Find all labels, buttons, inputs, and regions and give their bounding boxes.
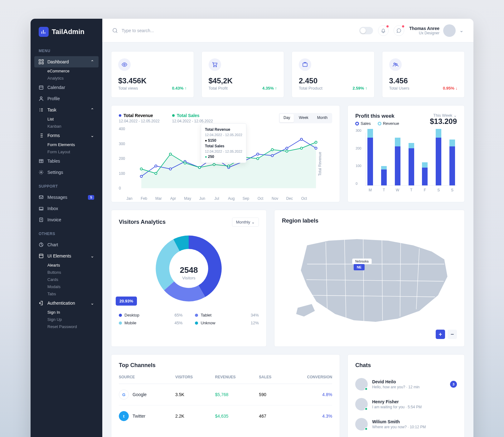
nav-auth[interactable]: Authentication⌄ — [31, 297, 102, 309]
section-others: OTHERS — [31, 225, 102, 239]
donut-highlight: 20.93% — [116, 297, 137, 306]
map-zoom-out[interactable]: − — [448, 330, 457, 339]
legend-item: Desktop65% — [119, 313, 182, 317]
chevron-down-icon: ⌄ — [90, 133, 94, 138]
nav-forms[interactable]: Forms⌄ — [31, 130, 102, 141]
svg-point-15 — [216, 66, 216, 67]
nav-messages[interactable]: Messages5 — [31, 192, 102, 203]
nav-settings[interactable]: Settings — [31, 167, 102, 178]
svg-rect-3 — [42, 62, 43, 64]
kpi-icon — [209, 58, 221, 71]
nav-sub-alerts[interactable]: Alearts — [31, 262, 102, 269]
svg-point-35 — [184, 162, 186, 164]
bell-icon — [381, 28, 386, 33]
search-input[interactable] — [122, 28, 203, 33]
nav-inbox[interactable]: Inbox — [31, 203, 102, 214]
svg-rect-11 — [39, 254, 43, 258]
svg-point-40 — [257, 158, 259, 160]
nav-sub-resetpw[interactable]: Reset Password — [31, 323, 102, 330]
kpi-card: $3.456KTotal views0.43% ↑ — [111, 51, 194, 98]
chevron-down-icon: ⌄ — [90, 253, 94, 258]
top-channels-card: Top Channels SOURCEVISITORSREVENUESSALES… — [111, 354, 340, 437]
messages-button[interactable] — [394, 25, 404, 36]
range-week[interactable]: Week — [295, 114, 312, 122]
user-menu[interactable]: Thomas Anree Ux Designer ⌄ — [409, 24, 463, 37]
notification-dot — [402, 25, 404, 27]
chat-item[interactable]: Henry FisherI am waiting for you · 5:54 … — [355, 394, 457, 414]
notifications-button[interactable] — [378, 25, 389, 36]
chart-tooltip: Total Revenue12.04.2022 - 12.05.2022● $1… — [201, 123, 246, 163]
nav-sub-formelements[interactable]: Form Elements — [31, 141, 102, 148]
svg-point-43 — [300, 147, 303, 149]
svg-point-20 — [155, 165, 157, 167]
visitors-dropdown[interactable]: Monthly ⌄ — [232, 218, 259, 227]
avatar — [355, 398, 368, 410]
nav-calendar[interactable]: Calendar — [31, 82, 102, 93]
theme-toggle[interactable] — [359, 27, 373, 34]
svg-point-17 — [394, 63, 395, 65]
chat-item[interactable]: Devid HeiloHello, how are you? · 12 min3 — [355, 374, 457, 394]
svg-rect-16 — [303, 63, 307, 66]
range-month[interactable]: Month — [313, 114, 331, 122]
kpi-icon — [389, 58, 402, 71]
bar: T — [380, 166, 387, 185]
usa-map[interactable]: Nebraska NE — [282, 230, 457, 327]
messages-badge: 5 — [88, 195, 94, 200]
nav-sub-list[interactable]: List — [31, 115, 102, 123]
chat-icon — [396, 28, 401, 33]
kpi-card: 2.450Total Product2.59% ↑ — [292, 51, 375, 98]
visitors-card: Visitors AnalyticsMonthly ⌄ 2548Visitors… — [111, 210, 267, 347]
svg-point-44 — [315, 141, 317, 143]
svg-point-29 — [286, 147, 288, 149]
nav-sub-signup[interactable]: Sign Up — [31, 316, 102, 323]
search — [112, 28, 203, 33]
nav-sub-modals[interactable]: Modals — [31, 283, 102, 290]
donut-legend: Desktop65%Tablet34%Mobile45%Unknow12% — [119, 313, 259, 325]
avatar — [355, 418, 368, 430]
nav-sub-signin[interactable]: Sign In — [31, 309, 102, 316]
logo[interactable]: TailAdmin — [31, 27, 102, 42]
svg-point-42 — [286, 150, 288, 152]
nav-sub-formlayout[interactable]: Form Layout — [31, 148, 102, 155]
chevron-up-icon: ⌃ — [90, 107, 94, 112]
svg-point-27 — [257, 153, 259, 155]
bar: S — [449, 140, 456, 185]
nav-chart[interactable]: Chart — [31, 239, 102, 250]
bar: M — [367, 129, 374, 185]
bar: S — [435, 129, 442, 185]
notification-dot — [386, 25, 389, 27]
nav-uielements[interactable]: UI Elements⌄ — [31, 250, 102, 262]
chat-item[interactable]: Wilium SmithWhere are you now? · 10:12 P… — [355, 414, 457, 434]
svg-rect-9 — [40, 218, 43, 222]
nav-dashboard[interactable]: Dashboard ⌃ — [34, 56, 99, 67]
nav-sub-buttons[interactable]: Buttons — [31, 269, 102, 276]
nav-task[interactable]: Task⌃ — [31, 104, 102, 115]
main: Thomas Anree Ux Designer ⌄ $3.456KTotal … — [102, 19, 473, 437]
table-row[interactable]: tTwitter2.2K$4,6354674.3% — [119, 405, 332, 427]
nav-sub-ecommerce[interactable]: eCommerce — [31, 67, 102, 75]
bar: T — [408, 143, 415, 185]
nav-sub-kanban[interactable]: Kanban — [31, 123, 102, 130]
range-day[interactable]: Day — [280, 114, 294, 122]
svg-rect-8 — [39, 196, 43, 199]
table-row[interactable]: GGoogle3.5K$5,7685904.8% — [119, 384, 332, 405]
svg-point-14 — [213, 66, 214, 67]
nav-profile[interactable]: Profile — [31, 93, 102, 104]
legend-item: Tablet34% — [195, 313, 259, 317]
app-root: TailAdmin MENU Dashboard ⌃ eCommerce Ana… — [31, 19, 473, 437]
svg-point-37 — [213, 164, 215, 166]
nav-invoice[interactable]: Invoice — [31, 214, 102, 225]
sidebar: TailAdmin MENU Dashboard ⌃ eCommerce Ana… — [31, 19, 102, 437]
revenue-chart-card: Total Revenue12.04.2022 - 12.05.2022 Tot… — [111, 105, 340, 202]
nav-sub-tabs[interactable]: Tabs — [31, 290, 102, 297]
logo-icon — [39, 27, 49, 37]
nav-tables[interactable]: Tables — [31, 155, 102, 167]
map-zoom-in[interactable]: + — [436, 330, 445, 339]
bar: W — [394, 138, 401, 185]
profit-chart-card: Profit this weekThis Week ⌄ Sales Revenu… — [347, 105, 465, 202]
line-chart: Total Revenue Total Revenue12.04.2022 - … — [129, 129, 328, 194]
nav-sub-analytics[interactable]: Analytics — [31, 75, 102, 82]
section-menu: MENU — [31, 42, 102, 56]
legend-item: Unknow12% — [195, 321, 259, 325]
nav-sub-cards[interactable]: Cards — [31, 276, 102, 283]
